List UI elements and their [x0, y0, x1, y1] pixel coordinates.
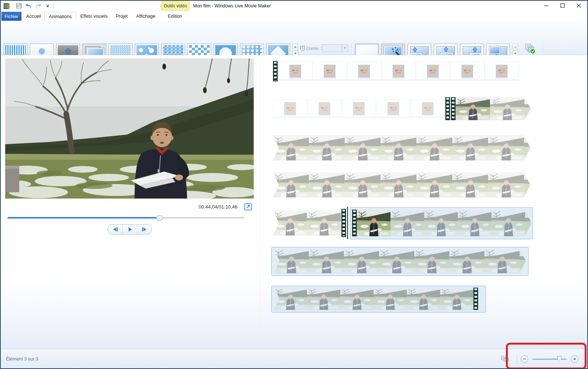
minimize-button[interactable] — [541, 1, 552, 10]
save-icon[interactable] — [15, 2, 23, 10]
storyboard-thumbnail[interactable] — [391, 210, 424, 236]
contextual-tab-group-label: Outils vidéo — [161, 1, 190, 11]
storyboard-thumbnail[interactable] — [312, 62, 347, 81]
fullscreen-icon[interactable] — [244, 203, 252, 210]
storyboard-thumbnail[interactable] — [456, 97, 490, 120]
duration-label: Durée : — [306, 46, 321, 51]
app-icon[interactable] — [3, 2, 10, 10]
filmstrip-sprocket — [473, 288, 478, 310]
seek-thumb[interactable] — [156, 215, 163, 221]
movie-maker-window: Outils vidéo Mon film - Windows Live Mov… — [0, 0, 588, 369]
preview-video-frame[interactable] — [5, 58, 254, 199]
storyboard-thumbnail[interactable] — [381, 135, 416, 160]
filmstrip-sprocket — [341, 209, 346, 237]
undo-icon[interactable] — [25, 2, 32, 10]
storyboard-thumbnail[interactable] — [450, 62, 484, 81]
storyboard-thumbnail[interactable] — [424, 210, 458, 236]
storyboard-thumbnail[interactable] — [340, 288, 374, 310]
maximize-button[interactable] — [557, 1, 568, 10]
zoom-bar — [501, 353, 578, 365]
divider — [13, 3, 13, 9]
storyboard-thumbnail[interactable] — [449, 249, 484, 273]
storyboard-thumbnail[interactable] — [410, 99, 445, 118]
storyboard-thumbnail[interactable] — [416, 172, 452, 197]
storyboard-thumbnail[interactable] — [379, 249, 414, 273]
tab-edition[interactable]: Edition — [161, 12, 189, 21]
storyboard-thumbnail[interactable] — [484, 62, 519, 81]
thumbnail-size-icon[interactable] — [501, 355, 509, 363]
pane-divider — [260, 55, 260, 348]
divider — [54, 3, 54, 9]
zoom-out-icon[interactable] — [521, 355, 528, 363]
storyboard-thumbnail[interactable] — [414, 249, 449, 273]
storyboard-thumbnail[interactable] — [488, 135, 524, 160]
storyboard-thumbnail[interactable] — [488, 172, 524, 197]
storyboard-thumbnail[interactable] — [416, 135, 452, 160]
storyboard-clip[interactable] — [352, 210, 531, 236]
player-controls — [108, 224, 152, 234]
storyboard-thumbnail[interactable] — [374, 288, 407, 310]
quick-access-toolbar — [3, 2, 54, 10]
redo-icon[interactable] — [34, 2, 42, 10]
preview-scene — [5, 58, 254, 199]
storyboard-thumbnail[interactable] — [458, 210, 491, 236]
close-button[interactable] — [573, 1, 584, 10]
storyboard-thumbnail[interactable] — [381, 172, 416, 197]
storyboard-thumbnail[interactable] — [490, 97, 524, 120]
seek-bar[interactable] — [7, 217, 244, 219]
zoom-slider[interactable] — [533, 359, 567, 360]
storyboard-thumbnail[interactable] — [376, 99, 410, 118]
play-button[interactable] — [123, 224, 138, 234]
ribbon: Durée : ▼ Appliquer à tout Transitions A… — [1, 21, 587, 55]
storyboard-clip[interactable] — [274, 288, 478, 310]
storyboard-thumbnail[interactable] — [407, 288, 440, 310]
timeline-playhead[interactable] — [347, 207, 348, 239]
storyboard-thumbnail[interactable] — [345, 172, 381, 197]
storyboard-clip[interactable] — [273, 135, 530, 160]
status-bar: Élément 3 sur 3 — [1, 349, 587, 369]
zoom-slider-thumb[interactable] — [557, 356, 561, 362]
storyboard-thumbnail[interactable] — [381, 62, 416, 81]
storyboard-thumbnail[interactable] — [273, 99, 307, 118]
storyboard-thumbnail[interactable] — [309, 135, 345, 160]
seek-progress — [7, 217, 159, 219]
storyboard-clip[interactable] — [451, 97, 531, 120]
storyboard-thumbnail[interactable] — [416, 62, 450, 81]
next-frame-button[interactable] — [137, 224, 152, 234]
storyboard-thumbnail[interactable] — [491, 210, 525, 236]
storyboard-thumbnail[interactable] — [342, 99, 376, 118]
quick-access-dropdown-icon[interactable] — [44, 2, 51, 10]
storyboard-thumbnail[interactable] — [440, 288, 473, 310]
storyboard-thumbnail[interactable] — [484, 249, 520, 273]
tab-accueil[interactable]: Accueil — [24, 12, 44, 21]
gallery-scroll-up-icon[interactable] — [513, 44, 518, 51]
storyboard-clip[interactable] — [273, 172, 530, 197]
status-text: Élément 3 sur 3 — [6, 356, 38, 362]
duration-combobox[interactable]: ▼ — [322, 44, 348, 52]
storyboard-thumbnail[interactable] — [307, 210, 341, 236]
storyboard-thumbnail[interactable] — [345, 135, 381, 160]
storyboard-thumbnail[interactable] — [309, 249, 344, 273]
storyboard-thumbnail[interactable] — [309, 172, 345, 197]
storyboard-thumbnail[interactable] — [307, 288, 340, 310]
storyboard-thumbnail[interactable] — [347, 62, 381, 81]
tab-fichier[interactable]: Fichier — [1, 12, 21, 21]
storyboard-clip[interactable] — [273, 210, 341, 236]
storyboard-thumbnail[interactable] — [452, 135, 488, 160]
tab-effets-visuels[interactable]: Effets visuels — [78, 12, 110, 21]
storyboard-clip[interactable] — [274, 249, 526, 273]
previous-frame-button[interactable] — [108, 224, 123, 234]
zoom-in-icon[interactable] — [571, 355, 578, 363]
gallery-scroll-up-icon[interactable] — [293, 44, 298, 51]
storyboard-thumbnail[interactable] — [278, 62, 312, 81]
tab-projet[interactable]: Projet — [112, 12, 132, 21]
filmstrip-sprocket — [451, 97, 456, 120]
title-bar: Outils vidéo Mon film - Windows Live Mov… — [1, 1, 587, 11]
tab-affichage[interactable]: Affichage — [132, 12, 159, 21]
clock-icon — [299, 44, 306, 52]
storyboard-thumbnail[interactable] — [452, 172, 488, 197]
storyboard-thumbnail[interactable] — [344, 249, 379, 273]
storyboard-thumbnail[interactable] — [307, 99, 342, 118]
storyboard-thumbnail[interactable] — [357, 210, 391, 236]
tab-animations[interactable]: Animations — [44, 12, 76, 21]
